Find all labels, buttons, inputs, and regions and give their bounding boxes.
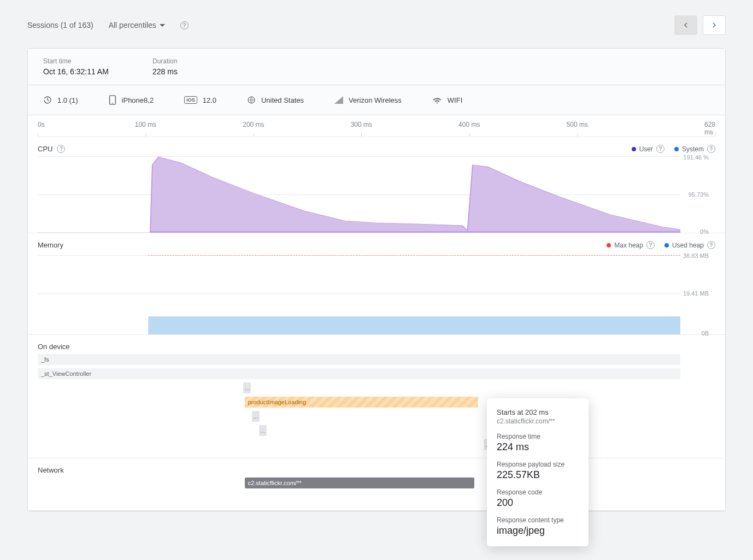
tick-label: 0s bbox=[38, 121, 45, 128]
legend-usedheap-dot bbox=[664, 243, 669, 247]
legend-system: System bbox=[682, 145, 704, 153]
help-icon[interactable] bbox=[646, 241, 655, 249]
memory-legend: Max heap Used heap bbox=[607, 241, 715, 249]
svg-point-1 bbox=[112, 103, 113, 104]
start-time-label: Start time bbox=[43, 57, 152, 65]
network-request-bar[interactable]: c2.staticflickr.com/** bbox=[245, 478, 474, 488]
next-session-button[interactable] bbox=[703, 15, 726, 35]
signal-icon bbox=[334, 96, 343, 104]
chevron-left-icon bbox=[681, 21, 690, 30]
carrier-value: Verizon Wireless bbox=[349, 96, 402, 104]
app-version: 1.0 (1) bbox=[43, 96, 78, 104]
globe-icon bbox=[247, 96, 256, 104]
trace-product-image-loading[interactable]: productImageLoading bbox=[245, 397, 478, 408]
cpu-panel: CPU User System 191.46 % 95.73% 0% bbox=[28, 137, 725, 233]
legend-maxheap: Max heap bbox=[614, 241, 643, 249]
os-value: 12.0 bbox=[203, 96, 216, 104]
trace-view-controller[interactable]: _st_ViewController bbox=[38, 368, 680, 379]
country-value: United States bbox=[261, 96, 304, 104]
os-version: iOS 12.0 bbox=[184, 96, 216, 104]
network-type: WIFI bbox=[432, 96, 462, 104]
tooltip-starts-label: Starts at 202 ms bbox=[497, 408, 579, 416]
svg-rect-3 bbox=[148, 316, 680, 334]
help-icon[interactable] bbox=[57, 145, 65, 153]
sessions-count: Sessions (1 of 163) bbox=[27, 21, 93, 30]
percentile-label: All percentiles bbox=[109, 21, 156, 30]
trace-fs-label: _fs bbox=[41, 356, 49, 363]
cpu-legend: User System bbox=[632, 145, 715, 153]
trace-vc-label: _st_ViewController bbox=[41, 370, 91, 377]
os-icon: iOS bbox=[184, 96, 197, 104]
trace-ellipsis[interactable]: ... bbox=[252, 411, 260, 422]
country: United States bbox=[247, 96, 304, 104]
on-device-title: On device bbox=[38, 343, 70, 351]
cpu-title: CPU bbox=[38, 145, 52, 153]
help-icon[interactable] bbox=[707, 145, 715, 153]
tick-label: 300 ms bbox=[351, 121, 372, 128]
tick-label: 500 ms bbox=[567, 121, 588, 128]
chevron-down-icon bbox=[160, 24, 165, 27]
trace-ellipsis[interactable]: ... bbox=[259, 425, 267, 436]
tick-label: 100 ms bbox=[135, 121, 156, 128]
cpu-y-tick: 191.46 % bbox=[684, 154, 709, 161]
chevron-right-icon bbox=[710, 21, 719, 30]
memory-title: Memory bbox=[38, 241, 63, 249]
tick-label: 200 ms bbox=[243, 121, 264, 128]
network-title: Network bbox=[38, 466, 64, 474]
legend-system-dot bbox=[674, 147, 679, 151]
session-header: Start time Oct 16, 6:32:11 AM Duration 2… bbox=[28, 49, 725, 85]
cpu-chart[interactable]: 191.46 % 95.73% 0% bbox=[38, 156, 680, 233]
network-panel: Network c2.staticflickr.com/** bbox=[28, 458, 725, 511]
version-value: 1.0 (1) bbox=[57, 96, 78, 104]
wifi-icon bbox=[432, 96, 442, 104]
trace-fs[interactable]: _fs bbox=[38, 354, 680, 365]
duration-value: 228 ms bbox=[152, 67, 262, 76]
help-icon[interactable] bbox=[656, 145, 664, 153]
trace-ellipsis[interactable]: ... bbox=[243, 382, 251, 393]
tick-label: 628 ms bbox=[704, 121, 715, 136]
memory-svg bbox=[38, 252, 680, 334]
memory-y-tick: 38.83 MB bbox=[683, 252, 709, 259]
cpu-svg bbox=[38, 156, 680, 233]
device-icon bbox=[109, 95, 116, 105]
topbar: Sessions (1 of 163) All percentiles bbox=[27, 15, 726, 35]
legend-maxheap-dot bbox=[607, 243, 611, 247]
on-device-panel: On device _fs _st_ViewController ... bbox=[28, 335, 725, 458]
duration-label: Duration bbox=[152, 57, 262, 65]
timeline-ruler: 0s 100 ms 200 ms 300 ms 400 ms 500 ms 62… bbox=[38, 115, 715, 137]
trace-product-image-label: productImageLoading bbox=[248, 399, 306, 405]
tooltip-code-value: 200 bbox=[497, 497, 579, 509]
legend-usedheap: Used heap bbox=[672, 241, 704, 249]
legend-user-dot bbox=[632, 147, 636, 151]
tooltip-payload-value: 225.57KB bbox=[497, 469, 579, 481]
device-model: iPhone8,2 bbox=[109, 95, 154, 105]
tooltip-payload-label: Response payload size bbox=[497, 461, 579, 468]
cpu-y-tick: 95.73% bbox=[689, 191, 709, 198]
tooltip-url: c2.staticflickr.com/** bbox=[497, 417, 579, 425]
network-tooltip: Starts at 202 ms c2.staticflickr.com/** … bbox=[487, 398, 589, 546]
tooltip-response-time-value: 224 ms bbox=[497, 441, 579, 453]
session-meta: 1.0 (1) iPhone8,2 iOS 12.0 United States bbox=[28, 85, 725, 115]
memory-panel: Memory Max heap Used heap 38.83 MB 19.41… bbox=[28, 233, 725, 335]
memory-chart[interactable]: 38.83 MB 19.41 MB 0B bbox=[38, 252, 680, 334]
prev-session-button[interactable] bbox=[674, 15, 697, 35]
network-value: WIFI bbox=[448, 96, 462, 104]
tooltip-response-time-label: Response time bbox=[497, 433, 579, 440]
tick-label: 400 ms bbox=[458, 121, 480, 128]
memory-y-tick: 19.41 MB bbox=[683, 290, 709, 297]
tooltip-code-label: Response code bbox=[497, 488, 579, 496]
tooltip-ctype-value: image/jpeg bbox=[497, 525, 579, 537]
legend-user: User bbox=[639, 145, 653, 153]
network-request-label: c2.staticflickr.com/** bbox=[248, 480, 302, 486]
percentile-select[interactable]: All percentiles bbox=[109, 21, 165, 30]
help-icon[interactable] bbox=[707, 241, 715, 249]
version-icon bbox=[43, 96, 52, 104]
tooltip-ctype-label: Response content type bbox=[497, 516, 579, 524]
help-icon[interactable] bbox=[180, 21, 189, 30]
carrier: Verizon Wireless bbox=[334, 96, 402, 104]
session-card: Start time Oct 16, 6:32:11 AM Duration 2… bbox=[27, 48, 726, 511]
device-value: iPhone8,2 bbox=[122, 96, 154, 104]
start-time-value: Oct 16, 6:32:11 AM bbox=[43, 67, 152, 76]
